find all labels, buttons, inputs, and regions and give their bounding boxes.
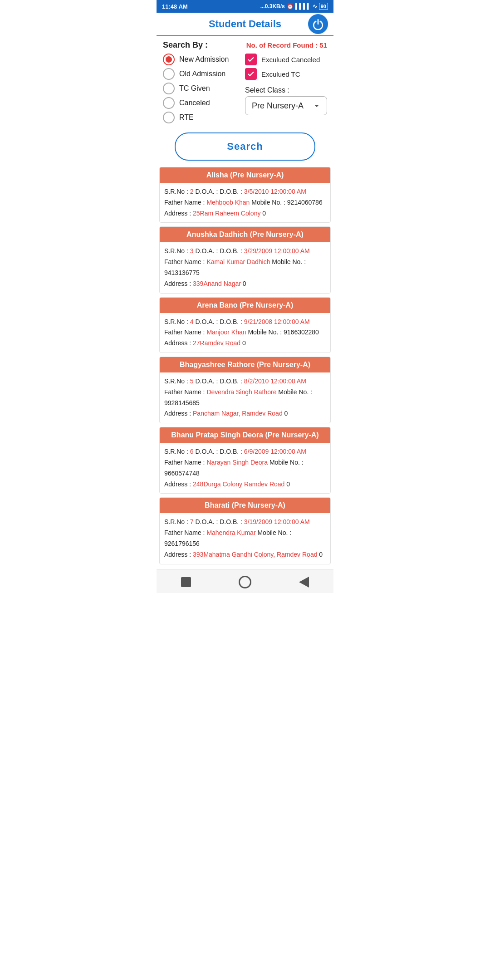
student-name-header: Arena Bano (Pre Nursery-A) <box>160 298 330 313</box>
radio-label-rte: RTE <box>179 113 194 122</box>
dob: 3/19/2009 12:00:00 AM <box>244 518 310 525</box>
student-card[interactable]: Bhanu Pratap Singh Deora (Pre Nursery-A)… <box>159 427 331 494</box>
radio-new-admission[interactable]: New Admission <box>163 54 245 65</box>
checkbox-excluded-tc[interactable]: Exculued TC <box>245 68 327 80</box>
checkbox-box-excluded-canceled <box>245 54 257 65</box>
search-btn-wrapper: Search <box>157 126 333 167</box>
nav-bar <box>157 569 333 593</box>
student-card[interactable]: Bharati (Pre Nursery-A)S.R.No : 7 D.O.A.… <box>159 497 331 564</box>
student-card[interactable]: Anushka Dadhich (Pre Nursery-A)S.R.No : … <box>159 226 331 293</box>
student-name-header: Bhanu Pratap Singh Deora (Pre Nursery-A) <box>160 427 330 443</box>
student-body: S.R.No : 2 D.O.A. : D.O.B. : 3/5/2010 12… <box>160 183 330 222</box>
checkmark-icon <box>247 55 255 64</box>
father-name: Manjoor Khan <box>206 328 246 336</box>
status-right: ...0.3KB/s ⏰ ▌▌▌▌ ∿ 90 <box>260 3 328 10</box>
father-name: Mehboob Khan <box>206 199 250 206</box>
checkbox-label-excluded-canceled: Exculued Canceled <box>261 56 320 64</box>
sr-no: 5 <box>190 377 194 385</box>
search-section: Search By : No. of Record Found : 51 New… <box>157 36 333 126</box>
dob: 9/21/2008 12:00:00 AM <box>244 318 310 325</box>
student-body: S.R.No : 4 D.O.A. : D.O.B. : 9/21/2008 1… <box>160 313 330 353</box>
search-by-label: Search By : <box>163 40 208 50</box>
father-name: Kamal Kumar Dadhich <box>206 258 270 265</box>
address: Pancham Nagar, Ramdev Road <box>193 410 283 417</box>
status-bar: 11:48 AM ...0.3KB/s ⏰ ▌▌▌▌ ∿ 90 <box>157 0 333 13</box>
search-by-row: Search By : No. of Record Found : 51 <box>163 40 327 50</box>
triangle-icon <box>299 577 309 588</box>
student-card[interactable]: Bhagyashree Rathore (Pre Nursery-A)S.R.N… <box>159 357 331 423</box>
radio-circle-new-admission <box>163 54 175 65</box>
radio-tc-given[interactable]: TC Given <box>163 83 245 94</box>
radio-group: New Admission Old Admission TC Given Can… <box>163 54 245 123</box>
page-title: Student Details <box>209 18 281 30</box>
sr-no: 7 <box>190 518 194 525</box>
home-button[interactable] <box>180 576 192 588</box>
alarm-icon: ⏰ <box>287 3 294 10</box>
radio-rte[interactable]: RTE <box>163 112 245 123</box>
student-list: Alisha (Pre Nursery-A)S.R.No : 2 D.O.A. … <box>157 167 333 564</box>
radio-circle-old-admission <box>163 68 175 80</box>
student-body: S.R.No : 3 D.O.A. : D.O.B. : 3/29/2009 1… <box>160 242 330 293</box>
checkbox-group: Exculued Canceled Exculued TC Select Cla… <box>245 54 327 123</box>
options-grid: New Admission Old Admission TC Given Can… <box>163 54 327 123</box>
search-button[interactable]: Search <box>175 132 315 161</box>
sr-no: 2 <box>190 188 194 195</box>
record-count: No. of Record Found : 51 <box>246 41 327 49</box>
radio-circle-canceled <box>163 97 175 109</box>
battery-indicator: 90 <box>319 3 328 10</box>
sr-no: 4 <box>190 318 194 325</box>
checkbox-label-excluded-tc: Exculued TC <box>261 70 300 78</box>
father-name: Mahendra Kumar <box>206 529 255 536</box>
dob: 8/2/2010 12:00:00 AM <box>244 377 306 385</box>
checkbox-box-excluded-tc <box>245 68 257 80</box>
header: Student Details <box>157 13 333 36</box>
father-name: Devendra Singh Rathore <box>206 388 276 396</box>
square-icon <box>181 577 191 587</box>
circle-icon <box>239 576 251 588</box>
sr-no: 6 <box>190 448 194 455</box>
power-icon <box>312 18 324 30</box>
address: 248Durga Colony Ramdev Road <box>193 480 284 488</box>
student-body: S.R.No : 7 D.O.A. : D.O.B. : 3/19/2009 1… <box>160 513 330 564</box>
address: 25Ram Raheem Colony <box>193 210 260 217</box>
checkmark-tc-icon <box>247 70 255 78</box>
dob: 6/9/2009 12:00:00 AM <box>244 448 306 455</box>
student-body: S.R.No : 5 D.O.A. : D.O.B. : 8/2/2010 12… <box>160 372 330 423</box>
address: 393Mahatma Gandhi Colony, Ramdev Road <box>193 551 317 558</box>
student-name-header: Alisha (Pre Nursery-A) <box>160 167 330 183</box>
checkbox-excluded-canceled[interactable]: Exculued Canceled <box>245 54 327 65</box>
select-class-label: Select Class : <box>245 86 327 94</box>
network-speed: ...0.3KB/s <box>260 3 285 10</box>
student-name-header: Bharati (Pre Nursery-A) <box>160 498 330 513</box>
dob: 3/29/2009 12:00:00 AM <box>244 247 310 255</box>
radio-canceled[interactable]: Canceled <box>163 97 245 109</box>
power-button[interactable] <box>308 14 328 34</box>
student-card[interactable]: Arena Bano (Pre Nursery-A)S.R.No : 4 D.O… <box>159 297 331 353</box>
address: 27Ramdev Road <box>193 339 240 347</box>
student-body: S.R.No : 6 D.O.A. : D.O.B. : 6/9/2009 12… <box>160 443 330 493</box>
class-select[interactable]: Pre Nursery-A Pre Nursery-B Nursery-A Nu… <box>245 96 327 115</box>
dob: 3/5/2010 12:00:00 AM <box>244 188 306 195</box>
time: 11:48 AM <box>162 3 188 10</box>
sr-no: 3 <box>190 247 194 255</box>
address: 339Anand Nagar <box>193 280 241 287</box>
recent-apps-button[interactable] <box>239 576 251 588</box>
student-name-header: Bhagyashree Rathore (Pre Nursery-A) <box>160 357 330 372</box>
radio-circle-rte <box>163 112 175 123</box>
radio-label-canceled: Canceled <box>179 99 210 107</box>
signal-icon: ▌▌▌▌ <box>295 3 311 10</box>
student-name-header: Anushka Dadhich (Pre Nursery-A) <box>160 227 330 242</box>
wifi-icon: ∿ <box>313 3 317 10</box>
radio-label-old-admission: Old Admission <box>179 70 225 78</box>
radio-circle-tc-given <box>163 83 175 94</box>
father-name: Narayan Singh Deora <box>206 459 268 466</box>
radio-label-tc-given: TC Given <box>179 84 210 93</box>
radio-inner-new-admission <box>166 56 172 63</box>
student-card[interactable]: Alisha (Pre Nursery-A)S.R.No : 2 D.O.A. … <box>159 167 331 223</box>
back-button[interactable] <box>298 576 310 588</box>
select-class-section: Select Class : Pre Nursery-A Pre Nursery… <box>245 86 327 115</box>
radio-old-admission[interactable]: Old Admission <box>163 68 245 80</box>
radio-label-new-admission: New Admission <box>179 55 229 64</box>
